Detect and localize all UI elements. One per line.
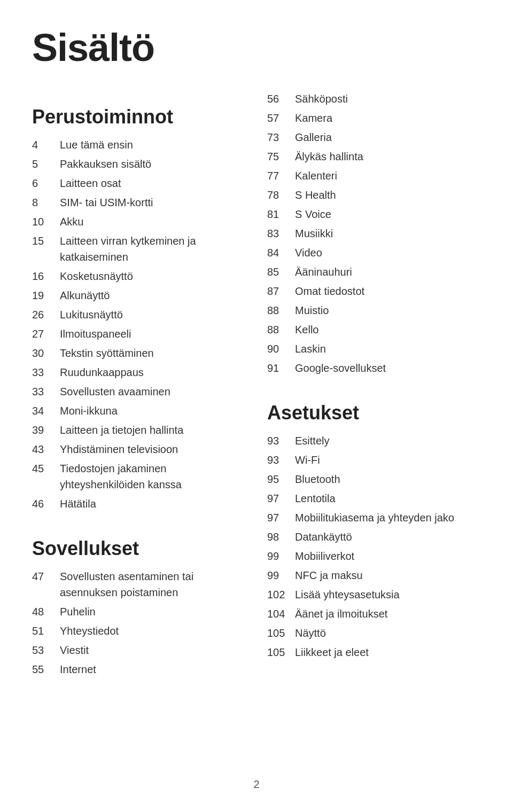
toc-item: 33Sovellusten avaaminen — [32, 384, 246, 400]
toc-text: Ääninauhuri — [295, 264, 352, 280]
toc-item: 73Galleria — [267, 129, 481, 145]
asetukset-items: 93Esittely93Wi-Fi95Bluetooth97Lentotila9… — [267, 433, 481, 660]
toc-item: 55Internet — [32, 661, 246, 677]
toc-number: 33 — [32, 384, 60, 400]
toc-text: Moni-ikkuna — [60, 403, 118, 419]
toc-number: 75 — [267, 149, 295, 165]
toc-text: Hätätila — [60, 496, 96, 512]
toc-item: 27Ilmoituspaneeli — [32, 326, 246, 342]
toc-item: 87Omat tiedostot — [267, 283, 481, 299]
toc-number: 5 — [32, 156, 60, 172]
toc-number: 85 — [267, 264, 295, 280]
toc-item: 97Lentotila — [267, 490, 481, 506]
toc-text: Laskin — [295, 341, 326, 357]
toc-number: 43 — [32, 441, 60, 457]
toc-number: 77 — [267, 168, 295, 184]
toc-item: 33Ruudunkaappaus — [32, 364, 246, 380]
toc-item: 99Mobiiliverkot — [267, 548, 481, 564]
toc-number: 53 — [32, 642, 60, 658]
toc-item: 75Älykäs hallinta — [267, 149, 481, 165]
toc-item: 90Laskin — [267, 341, 481, 357]
content-wrapper: Perustoiminnot 4Lue tämä ensin5Pakkaukse… — [0, 91, 513, 681]
toc-number: 105 — [267, 625, 295, 641]
toc-text: Laitteen osat — [60, 175, 121, 191]
toc-item: 56Sähköposti — [267, 91, 481, 107]
toc-text: Mobiiliverkot — [295, 548, 354, 564]
toc-text: Äänet ja ilmoitukset — [295, 606, 387, 622]
toc-text: Alkunäyttö — [60, 287, 110, 303]
toc-number: 19 — [32, 287, 60, 303]
toc-number: 81 — [267, 206, 295, 222]
toc-item: 39Laitteen ja tietojen hallinta — [32, 422, 246, 438]
toc-text: Puhelin — [60, 604, 96, 620]
toc-number: 88 — [267, 322, 295, 338]
toc-number: 55 — [32, 661, 60, 677]
toc-text: Ilmoituspaneeli — [60, 326, 131, 342]
toc-item: 47Sovellusten asentaminen tai asennuksen… — [32, 568, 246, 600]
right-column: 56Sähköposti57Kamera73Galleria75Älykäs h… — [267, 91, 481, 681]
toc-item: 105Liikkeet ja eleet — [267, 644, 481, 660]
toc-number: 10 — [32, 214, 60, 230]
toc-item: 16Kosketusnäyttö — [32, 268, 246, 284]
toc-item: 4Lue tämä ensin — [32, 137, 246, 153]
toc-number: 97 — [267, 490, 295, 506]
toc-number: 84 — [267, 245, 295, 261]
toc-text: Laitteen ja tietojen hallinta — [60, 422, 183, 438]
toc-text: Tiedostojen jakaminen yhteyshenkilöiden … — [60, 460, 246, 493]
toc-text: Liikkeet ja eleet — [295, 644, 369, 660]
toc-item: 93Esittely — [267, 433, 481, 449]
toc-item: 53Viestit — [32, 642, 246, 658]
toc-number: 26 — [32, 307, 60, 323]
toc-item: 45Tiedostojen jakaminen yhteyshenkilöide… — [32, 460, 246, 493]
right-top-items: 56Sähköposti57Kamera73Galleria75Älykäs h… — [267, 91, 481, 376]
toc-number: 90 — [267, 341, 295, 357]
toc-number: 39 — [32, 422, 60, 438]
toc-number: 93 — [267, 433, 295, 449]
toc-item: 10Akku — [32, 214, 246, 230]
toc-text: Älykäs hallinta — [295, 149, 363, 165]
toc-item: 99NFC ja maksu — [267, 567, 481, 583]
toc-text: Viestit — [60, 642, 89, 658]
toc-number: 105 — [267, 644, 295, 660]
toc-item: 26Lukitusnäyttö — [32, 307, 246, 323]
toc-number: 27 — [32, 326, 60, 342]
toc-text: NFC ja maksu — [295, 567, 363, 583]
toc-number: 95 — [267, 471, 295, 487]
toc-item: 81S Voice — [267, 206, 481, 222]
toc-text: Yhteystiedot — [60, 623, 119, 639]
toc-text: Akku — [60, 214, 83, 230]
toc-number: 4 — [32, 137, 60, 153]
toc-item: 91Google-sovellukset — [267, 360, 481, 376]
toc-item: 51Yhteystiedot — [32, 623, 246, 639]
toc-number: 8 — [32, 194, 60, 210]
toc-number: 16 — [32, 268, 60, 284]
toc-number: 99 — [267, 567, 295, 583]
toc-number: 88 — [267, 302, 295, 318]
toc-item: 93Wi-Fi — [267, 452, 481, 468]
toc-text: Yhdistäminen televisioon — [60, 441, 178, 457]
toc-text: Kello — [295, 322, 318, 338]
toc-number: 15 — [32, 233, 60, 249]
perustoiminnot-section: Perustoiminnot 4Lue tämä ensin5Pakkaukse… — [32, 106, 246, 512]
toc-item: 46Hätätila — [32, 496, 246, 512]
toc-text: SIM- tai USIM-kortti — [60, 194, 153, 210]
toc-number: 34 — [32, 403, 60, 419]
toc-text: Muistio — [295, 302, 329, 318]
toc-text: Internet — [60, 661, 96, 677]
toc-text: Lue tämä ensin — [60, 137, 133, 153]
toc-number: 48 — [32, 604, 60, 620]
toc-number: 102 — [267, 587, 295, 603]
toc-item: 85Ääninauhuri — [267, 264, 481, 280]
toc-text: S Voice — [295, 206, 331, 222]
toc-item: 48Puhelin — [32, 604, 246, 620]
toc-text: Bluetooth — [295, 471, 340, 487]
toc-item: 102Lisää yhteysasetuksia — [267, 587, 481, 603]
toc-number: 57 — [267, 110, 295, 126]
toc-item: 43Yhdistäminen televisioon — [32, 441, 246, 457]
page-number: 2 — [0, 778, 513, 791]
sovellukset-title: Sovellukset — [32, 537, 246, 560]
toc-item: 98Datankäyttö — [267, 529, 481, 545]
toc-item: 88Muistio — [267, 302, 481, 318]
toc-item: 88Kello — [267, 322, 481, 338]
toc-number: 93 — [267, 452, 295, 468]
